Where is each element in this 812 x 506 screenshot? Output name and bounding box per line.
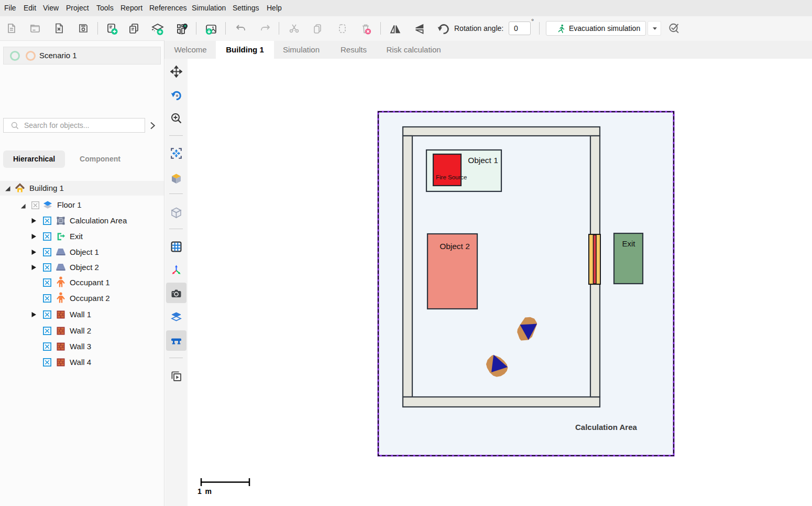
svg-text:Object 1: Object 1 bbox=[468, 156, 498, 165]
svg-text:Fire Source: Fire Source bbox=[436, 174, 467, 180]
svg-text:Calculation Area: Calculation Area bbox=[575, 423, 637, 432]
svg-text:Exit: Exit bbox=[622, 239, 635, 248]
svg-text:1 m: 1 m bbox=[197, 487, 212, 496]
svg-text:Object 2: Object 2 bbox=[440, 242, 470, 251]
